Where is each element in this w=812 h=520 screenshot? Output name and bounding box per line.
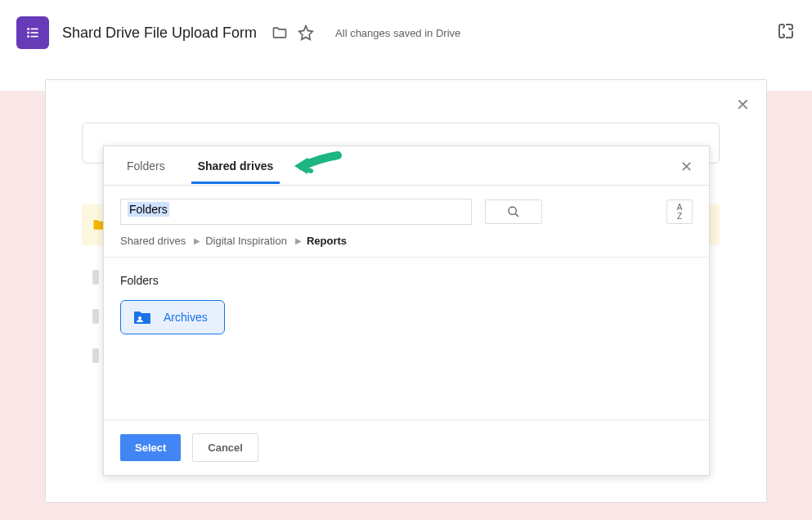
breadcrumb-mid[interactable]: Digital Inspiration — [205, 235, 287, 247]
section-label: Folders — [120, 274, 693, 287]
folder-item-archives[interactable]: Archives — [120, 300, 225, 334]
svg-point-6 — [509, 207, 516, 214]
svg-rect-0 — [27, 28, 29, 30]
svg-line-7 — [515, 213, 518, 217]
folder-item-label: Archives — [164, 311, 208, 324]
cancel-button[interactable]: Cancel — [192, 433, 258, 462]
search-icon — [507, 205, 520, 218]
sort-az-icon: AZ — [677, 203, 683, 221]
breadcrumb-current[interactable]: Reports — [307, 235, 347, 247]
sort-button[interactable]: AZ — [666, 199, 693, 224]
app-header: Shard Drive File Upload Form All changes… — [0, 0, 812, 65]
annotation-arrow — [293, 151, 342, 179]
chevron-right-icon: ▶ — [194, 236, 200, 245]
save-status: All changes saved in Drive — [335, 27, 460, 39]
folder-icon[interactable] — [271, 25, 288, 41]
shared-folder-icon — [132, 309, 152, 325]
svg-rect-4 — [27, 35, 29, 38]
search-row: Folders AZ — [104, 186, 709, 231]
star-icon[interactable] — [298, 25, 314, 41]
forms-icon — [25, 25, 41, 41]
tab-folders[interactable]: Folders — [120, 148, 172, 184]
breadcrumb: Shared drives ▶ Digital Inspiration ▶ Re… — [104, 231, 709, 258]
svg-rect-3 — [31, 32, 38, 34]
chevron-right-icon: ▶ — [295, 236, 302, 245]
breadcrumb-root[interactable]: Shared drives — [120, 235, 186, 247]
picker-tabs: Folders Shared drives ✕ — [104, 146, 709, 186]
close-icon[interactable]: ✕ — [736, 95, 750, 114]
search-input[interactable]: Folders — [120, 199, 472, 225]
search-value: Folders — [128, 202, 169, 217]
search-button[interactable] — [485, 199, 542, 224]
select-button[interactable]: Select — [120, 434, 181, 461]
svg-rect-2 — [27, 32, 29, 34]
document-title[interactable]: Shard Drive File Upload Form — [62, 25, 257, 42]
picker-footer: Select Cancel — [104, 419, 709, 475]
folders-section: Folders Archives — [104, 258, 709, 351]
svg-point-8 — [138, 316, 141, 320]
tab-shared-drives[interactable]: Shared drives — [191, 148, 280, 184]
edge-decorations — [92, 270, 99, 388]
close-icon[interactable]: ✕ — [680, 158, 693, 176]
extension-icon[interactable] — [776, 21, 796, 41]
svg-rect-5 — [31, 36, 38, 38]
folder-picker-dialog: Folders Shared drives ✕ Folders AZ Share… — [103, 146, 710, 476]
svg-rect-1 — [31, 29, 38, 30]
forms-logo[interactable] — [16, 16, 49, 49]
